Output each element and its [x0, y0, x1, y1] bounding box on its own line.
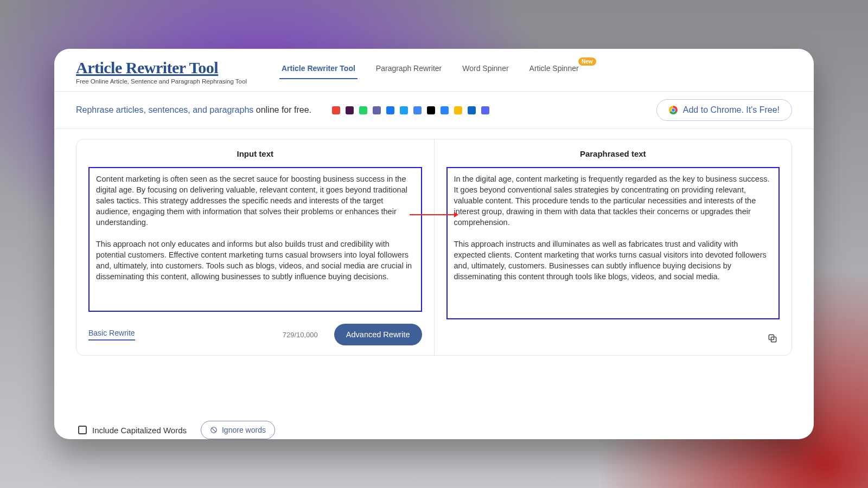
linkedin-icon — [468, 106, 476, 114]
tagline-highlight: Rephrase articles, sentences, and paragr… — [76, 105, 253, 114]
keep-icon — [454, 106, 462, 114]
output-footer — [446, 325, 780, 345]
brand-title[interactable]: Article Rewriter Tool — [76, 59, 247, 77]
app-icons — [332, 106, 489, 114]
discord-icon — [481, 106, 489, 114]
input-title: Input text — [88, 147, 422, 162]
twitter-icon — [400, 106, 408, 114]
brand-subtitle: Free Online Article, Sentence and Paragr… — [76, 78, 247, 85]
docs-icon — [413, 106, 422, 114]
nav-article-rewriter[interactable]: Article Rewriter Tool — [279, 59, 358, 79]
new-badge: New — [578, 57, 596, 66]
options-row: Include Capitalized Words Ignore words — [54, 412, 814, 439]
output-panel: Paraphrased text In the digital age, con… — [434, 139, 792, 355]
copy-button[interactable] — [765, 331, 780, 345]
nav-article-spinner[interactable]: Article Spinner New — [527, 59, 581, 79]
include-capitalized-label: Include Capitalized Words — [92, 426, 187, 435]
ignore-words-label: Ignore words — [222, 426, 266, 434]
output-textarea[interactable]: In the digital age, content marketing is… — [446, 167, 780, 319]
panels-wrap: Input text Content marketing is often se… — [54, 129, 814, 412]
tagline: Rephrase articles, sentences, and paragr… — [76, 105, 311, 115]
whatsapp-icon — [359, 106, 367, 114]
tagline-rest: online for free. — [253, 105, 311, 114]
copy-icon — [767, 333, 778, 344]
nav-paragraph-rewriter[interactable]: Paragraph Rewriter — [374, 59, 444, 79]
input-panel: Input text Content marketing is often se… — [76, 139, 434, 355]
ban-icon — [210, 426, 218, 434]
chrome-btn-label: Add to Chrome. It's Free! — [683, 105, 780, 115]
include-capitalized-checkbox[interactable]: Include Capitalized Words — [78, 426, 187, 435]
header: Article Rewriter Tool Free Online Articl… — [54, 49, 814, 85]
notion-icon — [427, 106, 435, 114]
facebook-icon — [386, 106, 394, 114]
confluence-icon — [441, 106, 449, 114]
input-textarea[interactable]: Content marketing is often seen as the s… — [88, 167, 422, 312]
checkbox-icon — [78, 426, 87, 434]
char-counter: 729/10,000 — [283, 331, 318, 339]
gmail-icon — [332, 106, 340, 114]
chrome-icon — [669, 106, 678, 114]
nav-article-spinner-label: Article Spinner — [529, 64, 579, 73]
subbar: Rephrase articles, sentences, and paragr… — [54, 91, 814, 129]
nav: Article Rewriter Tool Paragraph Rewriter… — [279, 59, 581, 85]
brand: Article Rewriter Tool Free Online Articl… — [76, 59, 247, 85]
basic-rewrite-mode[interactable]: Basic Rewrite — [88, 329, 135, 341]
nav-word-spinner[interactable]: Word Spinner — [460, 59, 510, 79]
slack-icon — [346, 106, 354, 114]
advanced-rewrite-button[interactable]: Advanced Rewrite — [334, 324, 422, 345]
svg-line-5 — [212, 428, 216, 432]
app-card: Article Rewriter Tool Free Online Articl… — [54, 49, 814, 439]
teams-icon — [373, 106, 381, 114]
panels: Input text Content marketing is often se… — [76, 139, 792, 356]
output-title: Paraphrased text — [446, 147, 780, 162]
ignore-words-button[interactable]: Ignore words — [201, 421, 275, 439]
add-to-chrome-button[interactable]: Add to Chrome. It's Free! — [656, 99, 792, 121]
input-footer: Basic Rewrite 729/10,000 Advanced Rewrit… — [88, 317, 422, 345]
